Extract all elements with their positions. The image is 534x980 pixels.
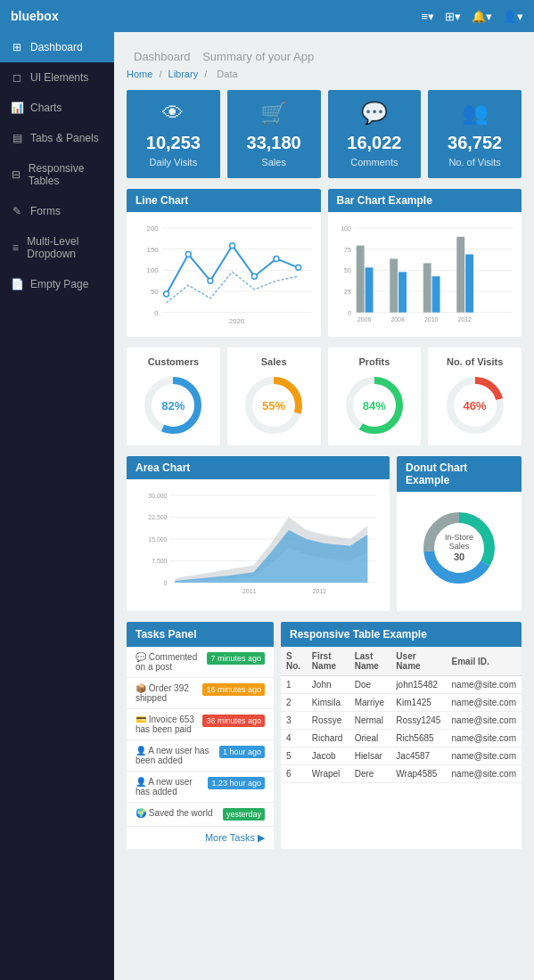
table-body: 1JohnDoejohn15482name@site.com2KimsilaMa… [281, 676, 522, 783]
profits-title: Profits [337, 356, 413, 367]
donut-card-no-visits: No. of Visits 46% [428, 347, 522, 445]
sidebar-item-charts[interactable]: 📊 Charts [0, 93, 114, 123]
svg-text:30,000: 30,000 [148, 492, 167, 498]
no-visits-icon: 👥 [437, 101, 513, 126]
sidebar-item-dashboard[interactable]: ⊞ Dashboard [0, 32, 114, 62]
comments-value: 16,022 [337, 133, 413, 153]
svg-text:50: 50 [151, 288, 159, 296]
tables-icon: ⊟ [11, 168, 21, 181]
stat-card-sales: 🛒 33,180 Sales [227, 90, 321, 178]
table-row: 2KimsilaMarriyeKim1425name@site.com [281, 694, 522, 712]
svg-point-14 [230, 243, 235, 249]
donut-card-sales: Sales 55% [227, 347, 321, 445]
charts-icon: 📊 [11, 102, 23, 114]
svg-text:0: 0 [164, 579, 168, 585]
th-sno: S No. [281, 647, 307, 676]
main-content: Dashboard Summary of your App Home / Lib… [114, 32, 534, 980]
dashboard-icon: ⊞ [11, 41, 23, 53]
breadcrumb-home[interactable]: Home [127, 69, 152, 79]
svg-point-11 [164, 291, 169, 297]
table-row: 3RossyeNermalRossy1245name@site.com [281, 712, 522, 730]
breadcrumb-library[interactable]: Library [168, 69, 199, 79]
ui-elements-icon: ◻ [11, 71, 23, 84]
task-2-icon: 📦 Order 392 shipped [136, 683, 199, 703]
visits-label: Daily Visits [136, 157, 211, 167]
svg-text:2006: 2006 [357, 316, 371, 323]
no-visits-donut: 46% [444, 374, 506, 437]
th-firstname: First Name [307, 647, 349, 676]
nav-user-icon[interactable]: 👤▾ [503, 10, 523, 23]
svg-rect-28 [356, 246, 364, 313]
customers-title: Customers [136, 356, 211, 367]
sales-pct: 55% [262, 398, 285, 412]
responsive-table-title: Responsive Table Example [281, 622, 522, 647]
no-visits-value: 36,752 [437, 133, 513, 153]
breadcrumb: Home / Library / Data [127, 69, 522, 79]
more-tasks-link[interactable]: More Tasks ▶ [127, 827, 274, 849]
nav-bell-icon[interactable]: 🔔▾ [472, 10, 492, 23]
sidebar: ⊞ Dashboard ◻ UI Elements 📊 Charts ▤ Tab… [0, 32, 114, 980]
sidebar-item-tables[interactable]: ⊟ Responsive Tables [0, 153, 114, 196]
line-chart-svg: 200 150 100 50 0 2020 [136, 219, 312, 325]
svg-text:0: 0 [154, 309, 159, 317]
svg-text:2012: 2012 [457, 316, 472, 323]
donut-chart-example-title: Donut Chart Example [397, 456, 522, 492]
svg-point-12 [185, 252, 191, 257]
donut-card-customers: Customers 82% [127, 347, 220, 445]
svg-rect-29 [365, 267, 373, 312]
sales-donut-title: Sales [236, 356, 312, 367]
task-3-badge: 36 minutes ago [202, 715, 265, 727]
profits-pct: 84% [363, 398, 386, 412]
task-6-badge: yesterday [223, 808, 265, 821]
task-item-4: 👤 A new user has been added 1 hour ago [127, 740, 274, 772]
nav-grid-icon[interactable]: ⊞▾ [445, 10, 461, 23]
svg-rect-31 [398, 272, 407, 312]
task-5-icon: 👤 A new user has added [136, 777, 204, 796]
brand-logo: bluebox [11, 9, 59, 23]
stat-card-comments: 💬 16,022 Comments [328, 90, 422, 178]
svg-text:2012: 2012 [313, 587, 326, 593]
line-chart-box: Line Chart 200 150 100 50 0 2020 [127, 189, 321, 337]
svg-text:75: 75 [344, 247, 351, 253]
sales-donut: 55% [242, 374, 305, 437]
sidebar-item-forms[interactable]: ✎ Forms [0, 196, 114, 226]
donut-center-label: In-Store Sales 30 [440, 532, 480, 563]
sidebar-item-tabs[interactable]: ▤ Tabs & Panels [0, 123, 114, 153]
task-item-3: 💳 Invoice 653 has been paid 36 minutes a… [127, 709, 274, 740]
sidebar-label-tabs: Tabs & Panels [30, 132, 99, 144]
svg-text:150: 150 [147, 246, 160, 254]
th-email: Email ID. [447, 647, 522, 676]
no-visits-pct: 46% [464, 398, 487, 412]
task-4-icon: 👤 A new user has been added [136, 746, 216, 765]
profits-donut: 84% [343, 374, 406, 437]
charts-row2: Area Chart 30,000 22,500 15,000 7,500 0 [127, 456, 522, 612]
svg-text:2010: 2010 [423, 316, 438, 323]
stat-cards: 👁 10,253 Daily Visits 🛒 33,180 Sales 💬 1… [127, 90, 522, 178]
bottom-panels: Tasks Panel 💬 Commented on a post 7 minu… [127, 622, 522, 849]
svg-text:22,500: 22,500 [148, 514, 167, 520]
svg-point-15 [251, 274, 257, 279]
nav-menu-icon[interactable]: ≡▾ [421, 10, 434, 23]
svg-rect-35 [465, 255, 473, 313]
sales-value: 33,180 [236, 133, 312, 153]
svg-point-17 [296, 265, 301, 270]
svg-text:25: 25 [344, 289, 351, 295]
task-1-icon: 💬 Commented on a post [136, 652, 203, 672]
task-item-5: 👤 A new user has added 1.23 hour ago [127, 772, 274, 803]
svg-text:7,500: 7,500 [152, 558, 167, 564]
area-chart-box: Area Chart 30,000 22,500 15,000 7,500 0 [127, 456, 390, 612]
responsive-table-box: Responsive Table Example S No. First Nam… [281, 622, 522, 849]
sidebar-item-dropdown[interactable]: ≡ Multi-Level Dropdown [0, 226, 114, 269]
charts-row1: Line Chart 200 150 100 50 0 2020 [127, 189, 522, 337]
table-header-row: S No. First Name Last Name User Name Ema… [281, 647, 522, 676]
comments-icon: 💬 [337, 101, 413, 126]
sidebar-label-empty: Empty Page [30, 278, 88, 290]
task-item-2: 📦 Order 392 shipped 16 minutes ago [127, 678, 274, 709]
sidebar-item-ui-elements[interactable]: ◻ UI Elements [0, 62, 114, 93]
stat-card-no-visits: 👥 36,752 No. of Visits [428, 90, 522, 178]
svg-rect-32 [423, 263, 431, 312]
donut-chart-example-wrapper: In-Store Sales 30 [419, 508, 499, 588]
sidebar-item-empty[interactable]: 📄 Empty Page [0, 269, 114, 299]
th-lastname: Last Name [349, 647, 391, 676]
comments-label: Comments [337, 157, 413, 167]
